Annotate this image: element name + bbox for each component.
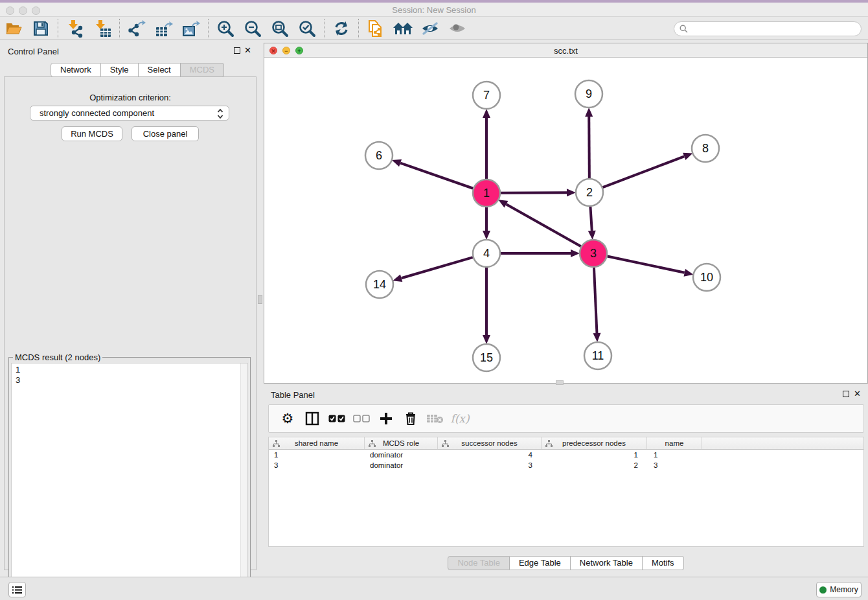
table-cell[interactable]: 1 [269, 450, 365, 460]
table-cell[interactable]: 3 [647, 460, 702, 470]
close-panel-icon[interactable]: ✕ [244, 47, 251, 54]
zoom-in-icon[interactable] [214, 18, 236, 39]
memory-button[interactable]: Memory [816, 582, 862, 597]
edge-2-3[interactable] [590, 207, 591, 231]
control-panel-tabs: NetworkStyleSelectMCDS [51, 63, 224, 77]
tab-motifs[interactable]: Motifs [643, 556, 684, 570]
result-scrollbar[interactable] [240, 363, 247, 600]
graph-node-3[interactable]: 3 [580, 240, 607, 267]
task-history-button[interactable] [8, 582, 26, 597]
run-mcds-button[interactable]: Run MCDS [62, 126, 122, 141]
export-network-icon[interactable] [126, 18, 148, 39]
edge-3-1[interactable] [506, 204, 580, 246]
graph-node-4[interactable]: 4 [473, 240, 500, 267]
network-graph[interactable]: 7968124314101511 [264, 58, 867, 384]
float-panel-icon[interactable] [234, 47, 240, 54]
graph-node-14[interactable]: 14 [366, 271, 393, 298]
table-cell[interactable]: dominator [365, 450, 438, 460]
table-row[interactable]: 1dominator411 [269, 450, 863, 460]
graph-node-11[interactable]: 11 [584, 342, 611, 369]
zoom-out-icon[interactable] [242, 18, 264, 39]
table-panel-title: Table Panel [271, 390, 315, 400]
table-row[interactable]: 3dominator323 [269, 460, 863, 470]
close-panel-button[interactable]: Close panel [131, 126, 199, 141]
search-field[interactable] [674, 21, 862, 36]
table-cell[interactable]: 2 [542, 460, 647, 470]
table-cell[interactable]: 1 [647, 450, 702, 460]
column-header-predecessor-nodes[interactable]: predecessor nodes [542, 437, 647, 449]
graph-node-9[interactable]: 9 [575, 80, 602, 108]
column-type-icon [369, 440, 376, 447]
edge-1-2[interactable] [501, 192, 567, 193]
export-table-icon[interactable] [153, 18, 175, 39]
graph-node-15[interactable]: 15 [473, 344, 500, 371]
column-header-successor-nodes[interactable]: successor nodes [438, 437, 542, 449]
refresh-icon[interactable] [330, 18, 352, 39]
network-window-titlebar[interactable]: ✕ − + scc.txt [264, 43, 867, 58]
save-session-icon[interactable] [30, 18, 52, 39]
zoom-selected-icon[interactable] [296, 18, 318, 39]
hide-selected-icon[interactable] [419, 18, 441, 39]
table-cell[interactable]: dominator [365, 460, 438, 470]
first-neighbors-icon[interactable] [392, 18, 414, 39]
mcds-result-list[interactable]: 1 3 [11, 363, 248, 600]
edge-3-11[interactable] [594, 268, 597, 333]
import-table-icon[interactable] [91, 18, 113, 39]
table-tabs: Node TableEdge TableNetwork TableMotifs [264, 556, 868, 571]
graph-node-1[interactable]: 1 [473, 179, 500, 207]
table-toolbar: ⚙ [268, 404, 864, 433]
graph-node-6[interactable]: 6 [365, 142, 393, 169]
select-all-checkboxes-icon[interactable] [327, 409, 347, 428]
tab-node-table[interactable]: Node Table [448, 556, 510, 570]
network-canvas[interactable]: 7968124314101511 [264, 58, 867, 383]
edge-1-6[interactable] [400, 163, 473, 189]
tab-select[interactable]: Select [139, 63, 181, 77]
mcds-tab-content: Optimization criterion: strongly connect… [4, 76, 257, 570]
column-header-name[interactable]: name [647, 437, 702, 449]
app-titlebar: Session: New Session [0, 3, 868, 17]
show-all-icon[interactable] [446, 18, 468, 39]
graph-node-10[interactable]: 10 [693, 264, 720, 291]
function-builder-icon[interactable]: f(x) [450, 409, 470, 428]
network-view-window: ✕ − + scc.txt 7968124314101511 [264, 43, 868, 384]
control-panel-title: Control Panel [8, 47, 59, 56]
table-float-icon[interactable] [843, 391, 849, 397]
column-header-MCDS-role[interactable]: MCDS role [365, 437, 438, 449]
graph-node-8[interactable]: 8 [692, 135, 719, 162]
vertical-splitter-handle[interactable] [258, 295, 262, 304]
horizontal-splitter-handle[interactable] [556, 380, 564, 385]
zoom-fit-icon[interactable] [269, 18, 291, 39]
graph-node-2[interactable]: 2 [576, 179, 603, 206]
show-columns-icon[interactable] [303, 409, 322, 428]
tab-edge-table[interactable]: Edge Table [510, 556, 571, 570]
tab-network-table[interactable]: Network Table [571, 556, 643, 570]
svg-text:11: 11 [592, 349, 604, 362]
table-cell[interactable]: 1 [542, 450, 647, 460]
edge-4-14[interactable] [402, 257, 473, 278]
table-options-icon[interactable]: ⚙ [278, 409, 297, 428]
add-row-icon[interactable] [376, 409, 396, 428]
delete-column-icon[interactable] [426, 409, 445, 428]
new-network-from-selection-icon[interactable] [365, 18, 387, 39]
table-cell[interactable]: 4 [438, 450, 542, 460]
tab-network[interactable]: Network [51, 63, 101, 77]
edge-3-10[interactable] [608, 257, 685, 273]
node-table[interactable]: shared nameMCDS rolesuccessor nodesprede… [268, 437, 864, 547]
edge-2-9[interactable] [589, 117, 589, 178]
edge-2-8[interactable] [603, 156, 685, 187]
export-image-icon[interactable] [180, 18, 202, 39]
tab-mcds[interactable]: MCDS [181, 63, 224, 77]
table-cell[interactable]: 3 [438, 460, 542, 470]
tab-style[interactable]: Style [101, 63, 139, 77]
delete-row-icon[interactable] [401, 409, 420, 428]
import-network-icon[interactable] [64, 18, 86, 39]
column-type-icon [545, 440, 553, 447]
table-cell[interactable]: 3 [269, 460, 365, 470]
table-close-icon[interactable]: ✕ [854, 390, 861, 398]
open-session-icon[interactable] [3, 18, 25, 39]
graph-node-7[interactable]: 7 [473, 82, 500, 109]
column-header-shared-name[interactable]: shared name [269, 437, 365, 449]
deselect-all-checkboxes-icon[interactable] [352, 409, 371, 428]
search-input[interactable] [691, 25, 861, 34]
criterion-dropdown[interactable]: strongly connected component [30, 106, 229, 121]
